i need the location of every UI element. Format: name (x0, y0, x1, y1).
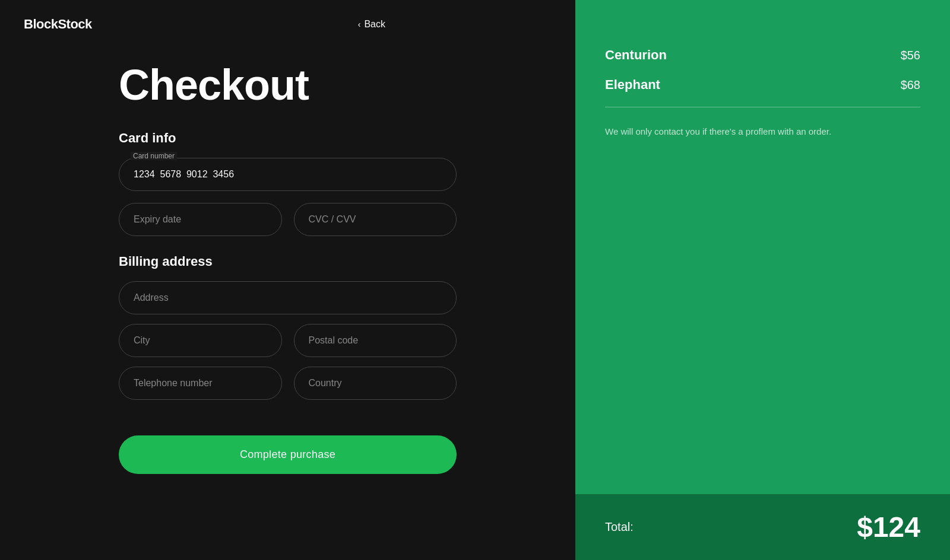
order-summary: Centurion $56 Elephant $68 We will only … (575, 0, 950, 494)
total-label: Total: (605, 520, 634, 534)
back-label: Back (364, 19, 385, 30)
order-divider (605, 107, 920, 107)
chevron-icon: ‹ (358, 20, 361, 29)
total-bar: Total: $124 (575, 494, 950, 560)
country-input[interactable] (294, 367, 457, 400)
expiry-cvc-row (119, 203, 457, 236)
expiry-date-input[interactable] (119, 203, 282, 236)
billing-address-section: Billing address (119, 254, 457, 400)
order-item-name-elephant: Elephant (605, 77, 660, 93)
complete-purchase-button[interactable]: Complete purchase (119, 435, 457, 474)
city-input[interactable] (119, 324, 282, 357)
card-info-section: Card info Card number (119, 131, 457, 236)
order-item-centurion: Centurion $56 (605, 47, 920, 63)
order-item-price-elephant: $68 (901, 78, 920, 92)
address-input[interactable] (119, 281, 457, 314)
postal-code-input[interactable] (294, 324, 457, 357)
right-panel: Centurion $56 Elephant $68 We will only … (575, 0, 950, 560)
order-item-price-centurion: $56 (901, 49, 920, 62)
card-info-title: Card info (119, 131, 457, 146)
page-title: Checkout (119, 61, 457, 109)
order-item-elephant: Elephant $68 (605, 77, 920, 93)
card-number-label: Card number (131, 152, 177, 160)
logo: BlockStock (24, 17, 92, 32)
header: BlockStock ‹ Back (0, 0, 575, 49)
order-note: We will only contact you if there's a pr… (605, 125, 920, 139)
billing-address-title: Billing address (119, 254, 457, 269)
back-button[interactable]: ‹ Back (358, 19, 385, 30)
address-row (119, 281, 457, 314)
tel-country-row (119, 367, 457, 400)
card-number-wrapper: Card number (119, 158, 457, 191)
city-postal-row (119, 324, 457, 357)
order-item-name-centurion: Centurion (605, 47, 667, 63)
telephone-input[interactable] (119, 367, 282, 400)
card-number-input[interactable] (119, 158, 457, 191)
total-amount: $124 (857, 511, 920, 543)
main-content: Checkout Card info Card number Billing a… (0, 49, 575, 560)
left-panel: BlockStock ‹ Back Checkout Card info Car… (0, 0, 575, 560)
cvc-input[interactable] (294, 203, 457, 236)
